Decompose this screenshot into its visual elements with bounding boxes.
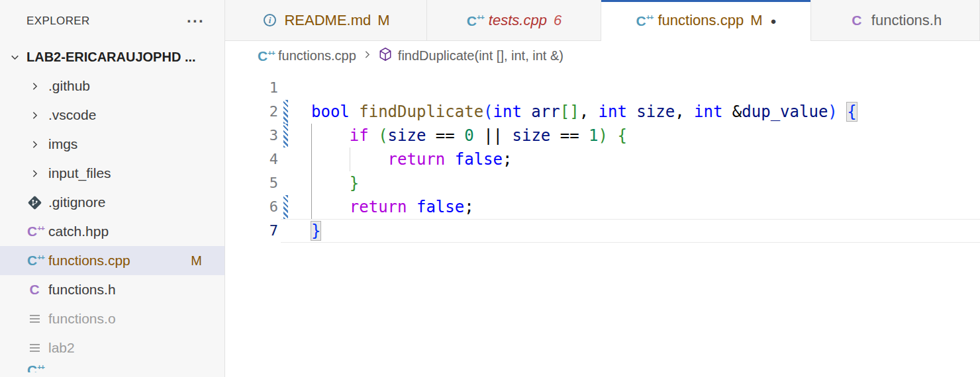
- code-editor[interactable]: 12bool findDuplicate(int arr[], int size…: [225, 71, 980, 377]
- line-number[interactable]: 6: [225, 195, 278, 219]
- tree-item-.gitignore[interactable]: .gitignore: [0, 188, 224, 217]
- code-token: [838, 103, 847, 121]
- tab-badge: 6: [554, 12, 562, 29]
- tree-item-input_files[interactable]: input_files: [0, 159, 224, 188]
- chevron-right-icon: [26, 165, 42, 181]
- code-token: [608, 126, 617, 145]
- explorer-actions-button[interactable]: ···: [187, 18, 205, 24]
- tab-label: functions.cpp: [658, 12, 744, 29]
- doc-icon: [26, 340, 42, 356]
- c-purple-icon: C: [849, 13, 865, 28]
- file-tree: .github.vscodeimgsinput_files.gitignoreC…: [0, 71, 224, 372]
- indent-guide: [350, 147, 350, 171]
- gutter-modified-indicator[interactable]: [283, 100, 288, 124]
- code-token: [627, 103, 636, 121]
- tree-item-imgs[interactable]: imgs: [0, 130, 224, 159]
- doc-icon: [26, 311, 42, 327]
- root-folder-row[interactable]: LAB2-ERICARAUJOPHD ...: [0, 42, 224, 71]
- code-token: [474, 126, 483, 145]
- indent-guide: [311, 124, 312, 147]
- cpp-blue-icon: C++: [466, 13, 482, 28]
- tab-badge: M: [750, 12, 762, 29]
- code-line-content[interactable]: return false;: [311, 147, 980, 171]
- code-token: [369, 126, 378, 145]
- tree-item-partial[interactable]: C++: [0, 362, 224, 372]
- code-line-content[interactable]: if (size == 0 || size == 1) {: [311, 124, 980, 147]
- line-number[interactable]: 1: [225, 76, 278, 100]
- code-token: false: [416, 198, 464, 216]
- indent-guide: [311, 147, 312, 171]
- indent-guide: [311, 171, 312, 195]
- breadcrumb: C++ functions.cpp findDuplicate(int [], …: [225, 41, 980, 71]
- tab-functions-h[interactable]: Cfunctions.h: [811, 0, 980, 41]
- line-number[interactable]: 2: [225, 100, 278, 124]
- tree-item-catch.hpp[interactable]: C++catch.hpp: [0, 217, 224, 246]
- code-token: if: [350, 126, 369, 145]
- tab-label: functions.h: [871, 12, 942, 29]
- code-token: [445, 150, 454, 169]
- tab-badge: M: [377, 12, 389, 29]
- explorer-sidebar: EXPLORER ··· LAB2-ERICARAUJOPHD ... .git…: [0, 0, 225, 377]
- tree-item-label: functions.h: [48, 282, 116, 298]
- tree-item-label: lab2: [48, 340, 75, 356]
- breadcrumb-symbol-segment[interactable]: findDuplicate(int [], int, int &): [378, 47, 564, 65]
- code-token: ): [828, 103, 837, 121]
- code-line-6: 6 return false;: [225, 195, 980, 219]
- tree-item-lab2[interactable]: lab2: [0, 333, 224, 362]
- tree-item-functions.o[interactable]: functions.o: [0, 304, 224, 333]
- tree-item-label: catch.hpp: [48, 224, 109, 239]
- breadcrumb-file-label: functions.cpp: [278, 48, 356, 63]
- chevron-right-icon: [26, 136, 42, 152]
- code-line-content[interactable]: }: [311, 171, 980, 195]
- code-token: [350, 103, 359, 121]
- tree-item-label: .vscode: [48, 107, 96, 123]
- line-number[interactable]: 5: [225, 171, 278, 195]
- sidebar-header: EXPLORER ···: [0, 0, 224, 42]
- breadcrumb-symbol-label: findDuplicate(int [], int, int &): [398, 48, 564, 63]
- tree-item-functions.cpp[interactable]: C++functions.cppM: [0, 246, 224, 275]
- code-token: [407, 198, 416, 216]
- tree-item-functions.h[interactable]: Cfunctions.h: [0, 275, 224, 304]
- code-line-content[interactable]: return false;: [311, 195, 980, 219]
- tab-functions-cpp[interactable]: C++functions.cppM●: [601, 0, 811, 41]
- code-token: (: [483, 103, 493, 121]
- git-status-badge: M: [191, 253, 202, 269]
- symbol-method-icon: [378, 47, 393, 65]
- line-number[interactable]: 3: [225, 124, 278, 147]
- code-token: ||: [483, 126, 503, 145]
- code-token: 0: [464, 126, 473, 145]
- code-line-3: 3 if (size == 0 || size == 1) {: [225, 124, 980, 147]
- code-line-5: 5 }: [225, 171, 980, 195]
- gutter-modified-indicator[interactable]: [283, 195, 288, 219]
- tree-item-label: functions.cpp: [48, 253, 130, 269]
- code-line-content[interactable]: }: [311, 219, 980, 243]
- tab-README-md[interactable]: iREADME.mdM: [225, 0, 427, 41]
- code-token: {: [847, 103, 856, 121]
- code-token: int: [493, 103, 522, 121]
- tab-tests-cpp[interactable]: C++tests.cpp6: [427, 0, 601, 41]
- tab-label: README.md: [284, 12, 371, 29]
- code-token: bool: [311, 103, 350, 121]
- code-token: [579, 126, 589, 145]
- tree-item-label: .gitignore: [48, 194, 105, 210]
- chevron-right-icon: [26, 78, 42, 94]
- code-token: (: [378, 126, 387, 145]
- git-icon: [26, 194, 42, 210]
- line-number[interactable]: 7: [225, 219, 278, 243]
- code-token: {: [617, 126, 626, 145]
- gutter-modified-indicator[interactable]: [283, 124, 288, 147]
- code-line-content[interactable]: [311, 76, 980, 100]
- line-number[interactable]: 4: [225, 147, 278, 171]
- code-token: ,: [579, 103, 599, 121]
- code-line-content[interactable]: bool findDuplicate(int arr[], int size, …: [311, 100, 980, 124]
- tree-item-.vscode[interactable]: .vscode: [0, 101, 224, 130]
- code-token: [455, 126, 464, 145]
- tree-item-.github[interactable]: .github: [0, 71, 224, 101]
- code-token: [311, 126, 350, 145]
- breadcrumb-file-segment[interactable]: C++ functions.cpp: [257, 48, 356, 64]
- code-token: &: [732, 103, 742, 121]
- cpp-blue-icon: C++: [26, 362, 42, 372]
- code-token: arr: [531, 103, 560, 121]
- dirty-dot-close-button[interactable]: ●: [770, 15, 776, 26]
- code-token: size: [512, 126, 550, 145]
